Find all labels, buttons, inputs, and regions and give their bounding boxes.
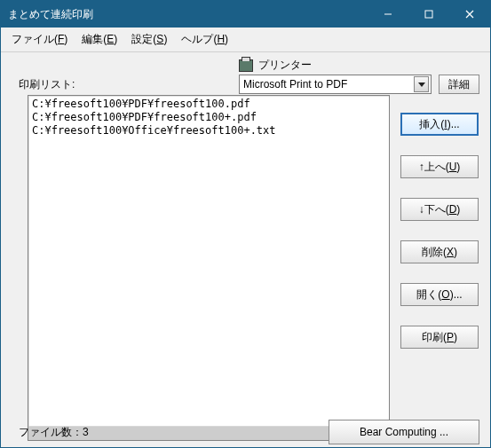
printer-label: プリンター — [258, 58, 312, 73]
printer-icon — [239, 59, 253, 72]
action-button-column: 挿入(I)... ↑上へ(U) ↓下へ(D) 削除(X) 開く(O)... 印刷… — [400, 113, 479, 349]
titlebar: まとめて連続印刷 — [1, 1, 490, 28]
insert-button[interactable]: 挿入(I)... — [400, 113, 479, 136]
menu-settings[interactable]: 設定(S) — [124, 29, 174, 50]
print-list-label: 印刷リスト: — [19, 77, 75, 92]
chevron-down-icon[interactable] — [414, 76, 429, 92]
svg-rect-1 — [425, 11, 432, 18]
close-button[interactable] — [449, 1, 490, 28]
maximize-button[interactable] — [408, 1, 449, 28]
printer-combobox[interactable]: Microsoft Print to PDF — [239, 75, 432, 94]
printer-section: プリンター Microsoft Print to PDF 詳細 — [239, 58, 479, 94]
menubar: ファイル(F) 編集(E) 設定(S) ヘルプ(H) — [1, 28, 490, 52]
menu-help[interactable]: ヘルプ(H) — [174, 29, 235, 50]
menu-edit[interactable]: 編集(E) — [75, 29, 124, 50]
open-button[interactable]: 開く(O)... — [400, 283, 479, 306]
window-title: まとめて連続印刷 — [8, 7, 368, 22]
print-list[interactable]: C:¥freesoft100¥PDF¥freesoft100.pdfC:¥fre… — [28, 95, 390, 441]
printer-detail-button[interactable]: 詳細 — [439, 75, 479, 94]
vendor-button[interactable]: Bear Computing ... — [329, 420, 479, 444]
list-item[interactable]: C:¥freesoft100¥Office¥freesoft100+.txt — [32, 124, 385, 138]
svg-marker-4 — [418, 83, 425, 87]
minimize-button[interactable] — [368, 1, 408, 28]
menu-file[interactable]: ファイル(F) — [4, 29, 75, 50]
window-controls — [368, 1, 490, 28]
status-bar: ファイル数：3 Bear Computing ... — [19, 420, 479, 444]
list-item[interactable]: C:¥freesoft100¥PDF¥freesoft100.pdf — [32, 98, 385, 111]
client-area: プリンター Microsoft Print to PDF 詳細 印刷リスト: C… — [1, 52, 490, 448]
file-count-label: ファイル数：3 — [19, 425, 89, 440]
delete-button[interactable]: 削除(X) — [400, 240, 479, 263]
move-down-button[interactable]: ↓下へ(D) — [400, 198, 479, 221]
move-up-button[interactable]: ↑上へ(U) — [400, 155, 479, 178]
print-button[interactable]: 印刷(P) — [400, 326, 479, 349]
printer-selected: Microsoft Print to PDF — [243, 78, 414, 90]
list-item[interactable]: C:¥freesoft100¥PDF¥freesoft100+.pdf — [32, 111, 385, 124]
